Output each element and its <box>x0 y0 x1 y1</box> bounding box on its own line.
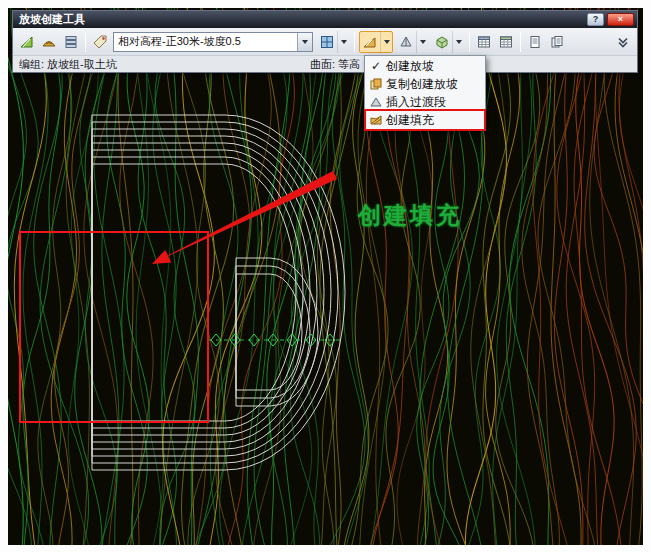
group-label: 编组: 放坡组-取土坑 <box>19 58 117 70</box>
elevation-target-icon <box>319 34 335 50</box>
criteria-set-button[interactable] <box>60 31 82 53</box>
document-icon <box>527 34 543 50</box>
edit-grading-dropdown[interactable] <box>416 31 428 53</box>
toolbar-separator <box>520 32 521 52</box>
grading-group-icon <box>19 34 35 50</box>
grid-table-icon <box>476 34 492 50</box>
selection-rectangle <box>20 232 208 422</box>
caret-down-icon <box>341 40 347 44</box>
edit-grading-splitbutton[interactable] <box>395 31 429 53</box>
check-icon: ✓ <box>366 59 386 73</box>
palette-statusbar: 编组: 放坡组-取土坑 曲面: 等高 <box>13 56 637 72</box>
annotation-arrow <box>152 171 337 264</box>
surface-label: 曲面: 等高 <box>310 57 360 72</box>
set-grading-group-button[interactable] <box>16 31 38 53</box>
elevation-target-button[interactable] <box>317 31 337 53</box>
documents-copy-icon <box>549 34 565 50</box>
edit-grading-icon <box>398 34 414 50</box>
surface-icon <box>41 34 57 50</box>
expand-toolbar-button[interactable] <box>612 31 634 53</box>
contour-lines <box>8 8 643 545</box>
help-button[interactable]: ? <box>587 13 604 26</box>
palette-titlebar[interactable]: 放坡创建工具 ? × <box>13 11 637 28</box>
toolbar-separator <box>85 32 86 52</box>
set-target-surface-button[interactable] <box>38 31 60 53</box>
copy-grading-icon <box>366 77 386 91</box>
transition-icon <box>366 95 386 109</box>
grid-table-green-icon <box>498 34 514 50</box>
create-grading-splitbutton[interactable] <box>359 31 393 53</box>
grading-volume-button[interactable] <box>432 31 452 53</box>
combo-dropdown-button[interactable] <box>297 33 312 51</box>
menu-item-label: 插入过渡段 <box>386 94 446 111</box>
grading-tools-palette: 放坡创建工具 ? × <box>12 10 638 73</box>
caret-down-icon <box>384 40 390 44</box>
terrain-canvas[interactable] <box>8 8 643 545</box>
create-grading-icon <box>362 34 378 50</box>
group-properties-button[interactable] <box>524 31 546 53</box>
menu-item-label: 复制创建放坡 <box>386 76 458 93</box>
elevation-target-dropdown[interactable] <box>337 31 349 53</box>
criteria-tag-icon <box>92 34 108 50</box>
grading-properties-button[interactable] <box>546 31 568 53</box>
cad-viewport[interactable]: 创建填充 放坡创建工具 ? × <box>8 8 643 545</box>
create-grading-button[interactable] <box>360 31 380 53</box>
menu-item-copy-create-grading[interactable]: 复制创建放坡 <box>366 75 484 93</box>
road-polylines <box>92 115 345 470</box>
grading-editor-button[interactable] <box>473 31 495 53</box>
menu-item-label: 创建填充 <box>386 112 434 129</box>
menu-item-insert-transition[interactable]: 插入过渡段 <box>366 93 484 111</box>
caret-down-icon <box>456 40 462 44</box>
screenshot-root: 创建填充 放坡创建工具 ? × <box>0 0 651 552</box>
infill-icon <box>366 113 386 127</box>
layers-icon <box>63 34 79 50</box>
toolbar-separator <box>469 32 470 52</box>
annotation-create-infill: 创建填充 <box>358 200 462 231</box>
elevation-target-splitbutton[interactable] <box>316 31 350 53</box>
criteria-value: 相对高程-正30米-坡度0.5 <box>114 34 297 49</box>
caret-down-icon <box>420 40 426 44</box>
toolbar-separator <box>354 32 355 52</box>
menu-item-create-infill[interactable]: 创建填充 <box>366 111 484 129</box>
palette-title: 放坡创建工具 <box>19 12 584 27</box>
criteria-combobox[interactable]: 相对高程-正30米-坡度0.5 <box>113 32 313 52</box>
edit-grading-button[interactable] <box>396 31 416 53</box>
grading-volume-dropdown[interactable] <box>452 31 464 53</box>
grading-volume-splitbutton[interactable] <box>431 31 465 53</box>
elevation-editor-button[interactable] <box>495 31 517 53</box>
menu-item-create-grading[interactable]: ✓ 创建放坡 <box>366 57 484 75</box>
create-grading-menu: ✓ 创建放坡 复制创建放坡 插入过渡段 创建填充 <box>364 55 486 131</box>
close-button[interactable]: × <box>607 13 634 26</box>
create-grading-dropdown[interactable] <box>380 31 392 53</box>
caret-down-icon <box>302 40 308 44</box>
menu-item-label: 创建放坡 <box>386 58 434 75</box>
select-criteria-button[interactable] <box>89 31 111 53</box>
volume-box-icon <box>434 34 450 50</box>
double-chevron-down-icon <box>615 34 631 50</box>
palette-toolbar: 相对高程-正30米-坡度0.5 <box>13 28 637 56</box>
